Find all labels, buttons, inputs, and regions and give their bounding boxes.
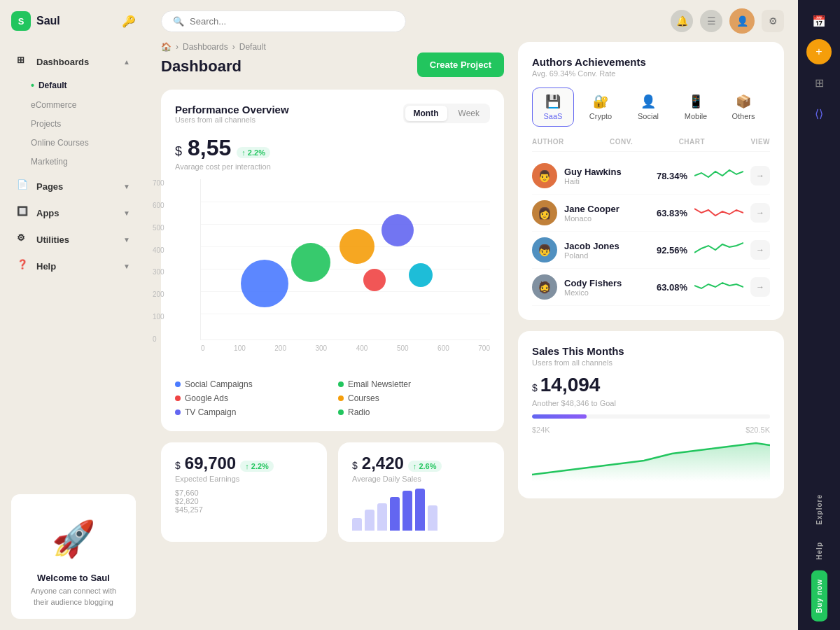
y-axis-labels: 7006005004003002001000 bbox=[153, 179, 164, 343]
pages-icon: 📄 bbox=[17, 179, 31, 193]
settings-btn[interactable]: ⚙ bbox=[762, 10, 784, 32]
performance-header: Performance Overview Users from all chan… bbox=[175, 104, 490, 132]
sales-area-chart bbox=[532, 440, 770, 482]
sidebar: S Saul 🔑 ⊞ Dashboards ▲ Default eCommerc… bbox=[0, 0, 147, 630]
legend-radio: Radio bbox=[338, 407, 490, 417]
cat-tab-crypto[interactable]: 🔐 Crypto bbox=[580, 88, 622, 127]
pages-label: Pages bbox=[36, 181, 63, 192]
jacob-view-btn[interactable]: → bbox=[750, 240, 770, 260]
legend-courses: Courses bbox=[338, 393, 490, 403]
guy-view-btn[interactable]: → bbox=[750, 166, 770, 186]
chart-legend: Social Campaigns Email Newsletter Google… bbox=[175, 379, 490, 417]
sales-stat-label: Average Daily Sales bbox=[352, 475, 490, 483]
legend-tv-dot bbox=[175, 410, 181, 415]
help-label: Help bbox=[36, 261, 56, 272]
col-conv: Conv. bbox=[610, 138, 633, 146]
sidebar-item-pages[interactable]: 📄 Pages ▼ bbox=[6, 174, 141, 199]
sidebar-item-default[interactable]: Default bbox=[6, 76, 141, 95]
social-icon: 👤 bbox=[640, 94, 656, 109]
help-chevron: ▼ bbox=[123, 262, 130, 270]
apps-icon: 🔲 bbox=[17, 206, 31, 220]
utilities-chevron: ▼ bbox=[123, 236, 130, 244]
legend-social-dot bbox=[175, 382, 181, 387]
sidebar-item-online-courses[interactable]: Online Courses bbox=[6, 134, 141, 152]
search-box[interactable]: 🔍 bbox=[161, 10, 406, 32]
cat-tab-mobile[interactable]: 📱 Mobile bbox=[675, 88, 717, 127]
jane-view-btn[interactable]: → bbox=[750, 203, 770, 223]
cat-tab-social[interactable]: 👤 Social bbox=[627, 88, 669, 127]
right-panel: 📅 + ⊞ ⟨⟩ Explore Help Buy now bbox=[798, 0, 840, 630]
cody-conv: 63.08% bbox=[649, 282, 687, 293]
buy-now-btn[interactable]: Buy now bbox=[811, 570, 827, 622]
breadcrumb-sep2: › bbox=[232, 42, 235, 52]
dashboards-icon: ⊞ bbox=[17, 55, 31, 69]
sidebar-back-icon[interactable]: 🔑 bbox=[122, 15, 136, 28]
welcome-title: Welcome to Saul bbox=[22, 573, 125, 583]
sales-value: 14,094 bbox=[540, 374, 601, 396]
page-title: Dashboard bbox=[161, 57, 266, 76]
sidebar-item-projects[interactable]: Projects bbox=[6, 115, 141, 133]
rp-grid-btn[interactable]: ⊞ bbox=[806, 70, 832, 95]
authors-card: Authors Achievements Avg. 69.34% Conv. R… bbox=[518, 42, 784, 320]
sidebar-item-dashboards[interactable]: ⊞ Dashboards ▲ bbox=[6, 49, 141, 74]
legend-google-label: Google Ads bbox=[185, 393, 228, 403]
top-content: 🏠 › Dashboards › Default Dashboard Creat… bbox=[161, 42, 504, 90]
bar-5 bbox=[402, 491, 412, 531]
menu-btn[interactable]: ☰ bbox=[700, 10, 722, 32]
user-avatar[interactable]: 👤 bbox=[729, 8, 755, 34]
breadcrumb: 🏠 › Dashboards › Default bbox=[161, 42, 266, 52]
search-input[interactable] bbox=[190, 16, 394, 27]
breadcrumb-home[interactable]: 🏠 bbox=[161, 42, 172, 52]
authors-title: Authors Achievements bbox=[532, 56, 770, 68]
sidebar-item-ecommerce[interactable]: eCommerce bbox=[6, 96, 141, 114]
topbar: 🔍 🔔 ☰ 👤 ⚙ bbox=[147, 0, 798, 42]
month-toggle[interactable]: Month bbox=[405, 106, 447, 121]
main-area: 🔍 🔔 ☰ 👤 ⚙ 🏠 › Dashboards › Default bbox=[147, 0, 798, 630]
expected-earnings-card: $ 69,700 2.2% Expected Earnings $7,660 $… bbox=[161, 442, 327, 542]
bubble-social bbox=[241, 260, 288, 307]
jane-conv: 63.83% bbox=[649, 208, 687, 218]
sidebar-item-marketing[interactable]: Marketing bbox=[6, 153, 141, 171]
performance-badge: 2.2% bbox=[237, 147, 270, 158]
author-row-jacob: 👦 Jacob Jones Poland 92.56% → bbox=[532, 232, 770, 269]
legend-email-dot bbox=[338, 382, 344, 387]
utilities-label: Utilities bbox=[36, 234, 69, 245]
welcome-card: 🚀 Welcome to Saul Anyone can connect wit… bbox=[11, 494, 136, 619]
explore-label: Explore bbox=[816, 489, 823, 531]
cat-tab-others[interactable]: 📦 Others bbox=[722, 88, 764, 127]
breadcrumb-dashboards[interactable]: Dashboards bbox=[183, 42, 228, 52]
bubble-email bbox=[291, 243, 330, 282]
daily-sales-card: $ 2,420 2.6% Average Daily Sales bbox=[338, 442, 504, 542]
create-project-button[interactable]: Create Project bbox=[417, 52, 504, 77]
sales-dollar: $ bbox=[532, 382, 538, 393]
rp-code-btn[interactable]: ⟨⟩ bbox=[806, 101, 832, 126]
breadcrumb-default: Default bbox=[239, 42, 266, 52]
big-number-row: $ 8,55 2.2% bbox=[175, 135, 490, 161]
cody-view-btn[interactable]: → bbox=[750, 277, 770, 297]
rp-add-btn[interactable]: + bbox=[806, 39, 832, 64]
jane-name: Jane Cooper bbox=[564, 204, 642, 214]
dashboards-label: Dashboards bbox=[36, 57, 89, 67]
bar-1 bbox=[352, 518, 362, 531]
rp-calendar-btn[interactable]: 📅 bbox=[806, 8, 832, 34]
astronaut-icon: 🚀 bbox=[46, 511, 102, 567]
dashboards-chevron: ▲ bbox=[123, 58, 130, 66]
saas-label: SaaS bbox=[544, 112, 563, 120]
projects-label: Projects bbox=[31, 119, 61, 129]
guy-country: Haiti bbox=[564, 177, 642, 186]
bubble-courses bbox=[382, 214, 414, 246]
saas-icon: 💾 bbox=[545, 94, 561, 109]
cat-tab-saas[interactable]: 💾 SaaS bbox=[532, 88, 574, 127]
sidebar-item-apps[interactable]: 🔲 Apps ▼ bbox=[6, 200, 141, 225]
week-toggle[interactable]: Week bbox=[450, 106, 488, 121]
legend-courses-label: Courses bbox=[348, 393, 379, 403]
authors-subtitle: Avg. 69.34% Conv. Rate bbox=[532, 69, 770, 78]
sidebar-item-utilities[interactable]: ⚙ Utilities ▼ bbox=[6, 227, 141, 252]
bubble-chart: 0100200300400500600700 bbox=[200, 179, 490, 340]
stat-items: $7,660 $2,820 $45,257 bbox=[175, 489, 313, 514]
default-label: Default bbox=[38, 80, 67, 90]
legend-social-label: Social Campaigns bbox=[185, 379, 253, 389]
bubble-google bbox=[340, 229, 374, 264]
notifications-btn[interactable]: 🔔 bbox=[671, 10, 693, 32]
sidebar-item-help[interactable]: ❓ Help ▼ bbox=[6, 253, 141, 279]
